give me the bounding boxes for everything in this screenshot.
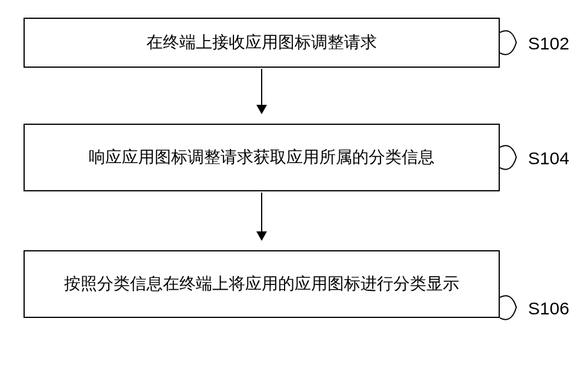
arrow-2-3 (261, 193, 262, 240)
step-text-1: 在终端上接收应用图标调整请求 (146, 32, 377, 53)
step-label-2: S104 (528, 148, 569, 168)
step-text-2: 响应应用图标调整请求获取应用所属的分类信息 (89, 147, 435, 168)
step-box-2: 响应应用图标调整请求获取应用所属的分类信息 (24, 124, 500, 191)
connector-curve-2 (500, 141, 523, 174)
step-text-3: 按照分类信息在终端上将应用的应用图标进行分类显示 (64, 273, 459, 294)
step-label-1: S102 (528, 34, 569, 54)
step-box-3: 按照分类信息在终端上将应用的应用图标进行分类显示 (24, 250, 500, 318)
connector-curve-1 (500, 26, 523, 59)
connector-curve-3 (500, 291, 523, 324)
step-box-1: 在终端上接收应用图标调整请求 (24, 18, 500, 68)
arrow-1-2 (261, 69, 262, 113)
flowchart-canvas: 在终端上接收应用图标调整请求 S102 响应应用图标调整请求获取应用所属的分类信… (0, 0, 588, 368)
step-label-3: S106 (528, 299, 569, 319)
